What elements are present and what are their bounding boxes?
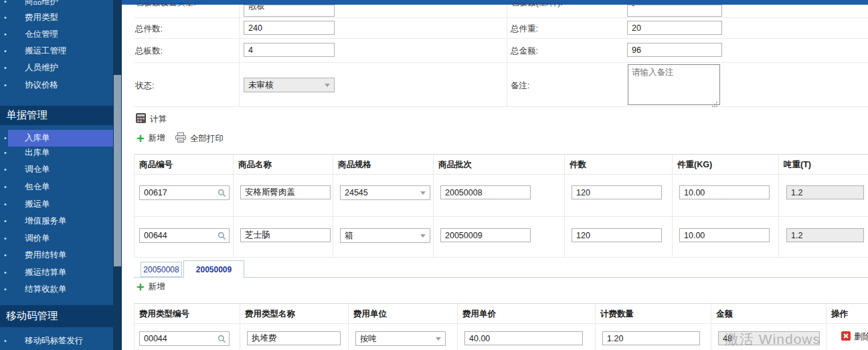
item-name-input[interactable] [240, 185, 331, 199]
sidebar-scrollbar-track[interactable] [113, 0, 122, 350]
divider [239, 5, 240, 106]
sidebar-section-mobile-code: 移动码管理 [0, 305, 113, 327]
sidebar-item-label: 搬运单 [25, 196, 50, 213]
print-all-label: 全部打印 [190, 133, 224, 145]
item-spec-input[interactable] [340, 185, 430, 200]
add-fee-button[interactable]: + 新增 [137, 281, 165, 292]
item-code-input[interactable] [139, 228, 230, 243]
divider [134, 17, 868, 18]
sidebar-item-person-maintain[interactable]: • 人员维护 [0, 60, 113, 76]
remark-textarea[interactable] [628, 64, 720, 105]
delete-label: 删除 [854, 331, 868, 343]
sidebar-item-label: 出库单 [25, 145, 50, 161]
item-unit-weight-input[interactable] [679, 185, 770, 199]
sidebar-item-label: 仓位管理 [25, 26, 58, 43]
clipped-input-right[interactable]: - [627, 5, 722, 17]
tab-batch-20050009[interactable]: 20050009 [183, 260, 244, 278]
bullet-icon: • [4, 230, 7, 247]
search-icon[interactable] [218, 188, 226, 200]
total-qty-input[interactable] [244, 21, 335, 35]
search-icon[interactable] [218, 231, 226, 243]
tab-batch-20050008[interactable]: 20050008 [141, 262, 182, 277]
item-name-input[interactable] [240, 228, 331, 242]
fee-unit-input[interactable] [355, 331, 446, 346]
item-code-input[interactable] [139, 185, 230, 200]
search-icon[interactable] [218, 334, 226, 346]
calculate-button[interactable]: 计算 [136, 113, 167, 125]
sidebar-item-mobile-code-label-issue[interactable]: • 移动码标签发行 [0, 333, 113, 349]
batch-tabs: 20050008 20050009 [134, 260, 868, 278]
sidebar-item-label: 费用结转单 [25, 247, 67, 264]
add-item-button[interactable]: + 新增 [137, 133, 165, 144]
chevron-down-icon [420, 234, 426, 238]
item-spec-dropdown[interactable] [340, 185, 430, 200]
divider [134, 106, 868, 107]
bullet-icon: • [4, 0, 7, 10]
section-title: 移动码管理 [6, 309, 58, 323]
item-code-search-field[interactable] [139, 228, 230, 243]
total-amount-label: 总金额: [511, 46, 538, 57]
sidebar-item-fee-type[interactable]: • 费用类型 [0, 9, 113, 26]
item-ton-weight-input[interactable] [786, 185, 864, 199]
col-header-fee-price: 费用单价 [458, 304, 596, 324]
fee-amount-input[interactable] [718, 331, 820, 345]
col-header-batch: 商品批次 [434, 155, 565, 175]
item-batch-input[interactable] [440, 228, 531, 242]
item-spec-dropdown[interactable] [340, 228, 430, 243]
col-header-fee-amount: 金额 [711, 304, 827, 324]
sidebar-item-fee-carryover-order[interactable]: • 费用结转单 [0, 247, 113, 264]
item-code-search-field[interactable] [139, 185, 230, 200]
items-table-header-row: 商品编号 商品名称 商品规格 商品批次 件数 件重(KG) 吨重(T) [135, 155, 868, 175]
total-board-input[interactable] [244, 43, 335, 57]
bullet-icon: • [4, 145, 7, 161]
sidebar-item-pack-order[interactable]: • 包仓单 [0, 179, 113, 195]
status-dropdown[interactable] [244, 78, 335, 92]
sidebar-item-move-order[interactable]: • 搬运单 [0, 196, 113, 213]
total-weight-input[interactable] [627, 21, 722, 35]
sidebar-item-goods-maintain[interactable]: • 商品维护 [0, 0, 113, 10]
sidebar-item-porter-settle-order[interactable]: • 搬运结算单 [0, 264, 113, 281]
sidebar-item-settle-receipt-order[interactable]: • 结算收款单 [0, 281, 113, 298]
status-value[interactable] [244, 78, 335, 92]
sidebar-section-docs: 单据管理 [0, 106, 113, 125]
fee-code-input[interactable] [139, 331, 230, 346]
fee-qty-input[interactable] [602, 331, 700, 345]
fee-name-input[interactable] [247, 331, 341, 345]
sidebar-item-value-service-order[interactable]: • 增值服务单 [0, 213, 113, 230]
print-all-button[interactable]: 全部打印 [175, 133, 224, 145]
chevron-down-icon [420, 191, 426, 195]
table-row [135, 217, 868, 258]
item-qty-input[interactable] [572, 185, 662, 199]
item-batch-input[interactable] [440, 185, 531, 199]
col-header-spec: 商品规格 [333, 155, 434, 175]
sidebar-item-agreement-price[interactable]: • 协议价格 [0, 77, 113, 94]
item-unit-weight-input[interactable] [679, 228, 770, 242]
sidebar-item-label: 调价单 [25, 230, 50, 247]
sidebar-item-slot-manage[interactable]: • 仓位管理 [0, 26, 113, 43]
total-amount-input[interactable] [627, 43, 722, 57]
sidebar-item-label: 搬运工管理 [25, 43, 67, 60]
add-label: 新增 [149, 133, 165, 144]
sidebar-item-outbound-order[interactable]: • 出库单 [0, 145, 113, 161]
clipped-input-left[interactable]: 散板 [244, 5, 335, 17]
fee-table: 费用类型编号 费用类型名称 费用单位 费用单价 计费数量 金额 操作 删除 [134, 303, 868, 350]
fee-unit-dropdown[interactable] [355, 331, 446, 346]
sidebar-item-price-adjust-order[interactable]: • 调价单 [0, 230, 113, 247]
delete-row-button[interactable]: 删除 [841, 331, 868, 343]
sidebar: • 商品维护 • 费用类型 • 仓位管理 • 搬运工管理 • 人员维护 • 协议… [0, 0, 122, 350]
chevron-down-icon [436, 337, 441, 341]
fee-code-search-field[interactable] [139, 331, 230, 346]
col-header-code: 商品编号 [135, 155, 234, 175]
sidebar-item-label: 移动码标签发行 [25, 333, 84, 349]
fee-price-input[interactable] [464, 331, 583, 345]
remark-label: 备注: [511, 80, 529, 92]
sidebar-scrollbar-thumb[interactable] [114, 75, 121, 266]
item-ton-weight-input[interactable] [786, 228, 864, 242]
col-header-unit-weight: 件重(KG) [673, 155, 779, 175]
item-qty-input[interactable] [572, 228, 662, 242]
item-spec-input[interactable] [340, 228, 430, 243]
sidebar-item-label: 调仓单 [25, 161, 50, 178]
sidebar-item-porter-manage[interactable]: • 搬运工管理 [0, 43, 113, 60]
divider [507, 5, 507, 106]
sidebar-item-transfer-order[interactable]: • 调仓单 [0, 161, 113, 178]
